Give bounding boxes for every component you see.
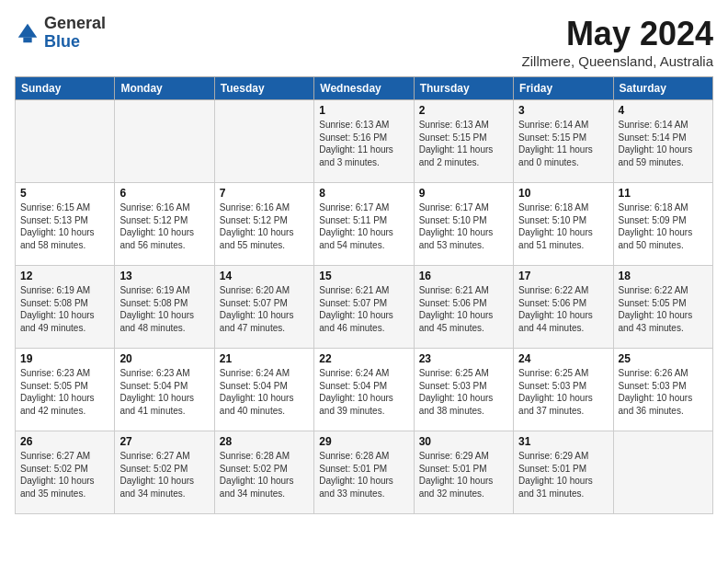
location-label: Zillmere, Queensland, Australia — [522, 53, 713, 69]
calendar-cell: 29Sunrise: 6:28 AM Sunset: 5:01 PM Dayli… — [314, 431, 414, 514]
day-number: 28 — [220, 435, 309, 448]
calendar-cell: 6Sunrise: 6:16 AM Sunset: 5:12 PM Daylig… — [115, 183, 214, 266]
day-info: Sunrise: 6:24 AM Sunset: 5:04 PM Dayligh… — [220, 367, 309, 417]
day-number: 6 — [119, 187, 209, 200]
day-info: Sunrise: 6:19 AM Sunset: 5:08 PM Dayligh… — [119, 284, 209, 334]
title-block: May 2024 Zillmere, Queensland, Australia — [522, 15, 713, 69]
day-info: Sunrise: 6:13 AM Sunset: 5:16 PM Dayligh… — [319, 119, 408, 168]
calendar-cell: 19Sunrise: 6:23 AM Sunset: 5:05 PM Dayli… — [16, 349, 115, 431]
day-info: Sunrise: 6:24 AM Sunset: 5:04 PM Dayligh… — [319, 367, 408, 417]
day-info: Sunrise: 6:16 AM Sunset: 5:12 PM Dayligh… — [220, 201, 309, 251]
calendar-cell: 11Sunrise: 6:18 AM Sunset: 5:09 PM Dayli… — [613, 183, 712, 266]
day-number: 31 — [518, 435, 608, 448]
day-info: Sunrise: 6:14 AM Sunset: 5:14 PM Dayligh… — [619, 119, 708, 168]
calendar-cell: 12Sunrise: 6:19 AM Sunset: 5:08 PM Dayli… — [16, 266, 115, 349]
calendar-cell: 4Sunrise: 6:14 AM Sunset: 5:14 PM Daylig… — [613, 100, 712, 183]
weekday-header-sunday: Sunday — [16, 77, 115, 100]
day-number: 13 — [119, 270, 209, 282]
logo-blue-label: Blue — [44, 33, 106, 52]
weekday-header-tuesday: Tuesday — [214, 77, 313, 100]
logo: General Blue — [15, 15, 106, 52]
weekday-header-monday: Monday — [115, 77, 214, 100]
day-number: 7 — [220, 187, 309, 200]
week-row-4: 19Sunrise: 6:23 AM Sunset: 5:05 PM Dayli… — [16, 349, 713, 431]
day-number: 1 — [319, 104, 408, 117]
calendar-cell: 8Sunrise: 6:17 AM Sunset: 5:11 PM Daylig… — [314, 183, 414, 266]
day-number: 30 — [419, 435, 508, 448]
calendar-cell — [115, 100, 214, 183]
day-number: 27 — [119, 435, 209, 448]
day-number: 3 — [518, 104, 608, 117]
day-info: Sunrise: 6:23 AM Sunset: 5:04 PM Dayligh… — [119, 367, 209, 417]
weekday-header-thursday: Thursday — [414, 77, 513, 100]
calendar-cell: 15Sunrise: 6:21 AM Sunset: 5:07 PM Dayli… — [314, 266, 414, 349]
calendar-cell — [16, 100, 115, 183]
calendar-cell: 13Sunrise: 6:19 AM Sunset: 5:08 PM Dayli… — [115, 266, 214, 349]
weekday-header-friday: Friday — [514, 77, 613, 100]
day-number: 5 — [20, 187, 109, 200]
day-info: Sunrise: 6:17 AM Sunset: 5:10 PM Dayligh… — [419, 201, 508, 251]
calendar-cell: 16Sunrise: 6:21 AM Sunset: 5:06 PM Dayli… — [414, 266, 513, 349]
page-header: General Blue May 2024 Zillmere, Queensla… — [15, 15, 713, 69]
day-number: 21 — [220, 352, 309, 365]
day-info: Sunrise: 6:27 AM Sunset: 5:02 PM Dayligh… — [119, 450, 209, 500]
day-info: Sunrise: 6:15 AM Sunset: 5:13 PM Dayligh… — [20, 201, 109, 251]
day-number: 4 — [619, 104, 708, 117]
day-info: Sunrise: 6:22 AM Sunset: 5:05 PM Dayligh… — [619, 284, 708, 334]
week-row-2: 5Sunrise: 6:15 AM Sunset: 5:13 PM Daylig… — [16, 183, 713, 266]
logo-general-label: General — [44, 15, 106, 33]
day-info: Sunrise: 6:25 AM Sunset: 5:03 PM Dayligh… — [419, 367, 508, 417]
day-info: Sunrise: 6:21 AM Sunset: 5:07 PM Dayligh… — [319, 284, 408, 334]
calendar-cell: 24Sunrise: 6:25 AM Sunset: 5:03 PM Dayli… — [514, 349, 613, 431]
calendar-cell: 27Sunrise: 6:27 AM Sunset: 5:02 PM Dayli… — [115, 431, 214, 514]
calendar-cell: 9Sunrise: 6:17 AM Sunset: 5:10 PM Daylig… — [414, 183, 513, 266]
day-number: 9 — [419, 187, 508, 200]
logo-text: General Blue — [44, 15, 106, 52]
day-info: Sunrise: 6:19 AM Sunset: 5:08 PM Dayligh… — [20, 284, 109, 334]
day-number: 10 — [518, 187, 608, 200]
day-info: Sunrise: 6:16 AM Sunset: 5:12 PM Dayligh… — [119, 201, 209, 251]
day-number: 25 — [619, 352, 708, 365]
day-info: Sunrise: 6:13 AM Sunset: 5:15 PM Dayligh… — [419, 119, 508, 168]
calendar-cell — [214, 100, 313, 183]
calendar-cell: 10Sunrise: 6:18 AM Sunset: 5:10 PM Dayli… — [514, 183, 613, 266]
calendar-cell: 1Sunrise: 6:13 AM Sunset: 5:16 PM Daylig… — [314, 100, 414, 183]
weekday-header-wednesday: Wednesday — [314, 77, 414, 100]
calendar-cell: 28Sunrise: 6:28 AM Sunset: 5:02 PM Dayli… — [214, 431, 313, 514]
day-number: 19 — [20, 352, 109, 365]
svg-marker-0 — [18, 24, 38, 38]
day-info: Sunrise: 6:26 AM Sunset: 5:03 PM Dayligh… — [619, 367, 708, 417]
day-number: 12 — [20, 270, 109, 282]
calendar-cell: 3Sunrise: 6:14 AM Sunset: 5:15 PM Daylig… — [514, 100, 613, 183]
weekday-header-saturday: Saturday — [613, 77, 712, 100]
day-info: Sunrise: 6:23 AM Sunset: 5:05 PM Dayligh… — [20, 367, 109, 417]
day-number: 22 — [319, 352, 408, 365]
day-number: 23 — [419, 352, 508, 365]
day-info: Sunrise: 6:29 AM Sunset: 5:01 PM Dayligh… — [419, 450, 508, 500]
calendar-cell: 20Sunrise: 6:23 AM Sunset: 5:04 PM Dayli… — [115, 349, 214, 431]
calendar-cell: 22Sunrise: 6:24 AM Sunset: 5:04 PM Dayli… — [314, 349, 414, 431]
day-number: 18 — [619, 270, 708, 282]
week-row-5: 26Sunrise: 6:27 AM Sunset: 5:02 PM Dayli… — [16, 431, 713, 514]
day-info: Sunrise: 6:27 AM Sunset: 5:02 PM Dayligh… — [20, 450, 109, 500]
day-info: Sunrise: 6:25 AM Sunset: 5:03 PM Dayligh… — [518, 367, 608, 417]
calendar-cell: 18Sunrise: 6:22 AM Sunset: 5:05 PM Dayli… — [613, 266, 712, 349]
day-number: 11 — [619, 187, 708, 200]
day-number: 2 — [419, 104, 508, 117]
day-number: 16 — [419, 270, 508, 282]
day-info: Sunrise: 6:20 AM Sunset: 5:07 PM Dayligh… — [220, 284, 309, 334]
day-number: 14 — [220, 270, 309, 282]
day-number: 24 — [518, 352, 608, 365]
day-number: 26 — [20, 435, 109, 448]
day-info: Sunrise: 6:17 AM Sunset: 5:11 PM Dayligh… — [319, 201, 408, 251]
calendar-cell: 26Sunrise: 6:27 AM Sunset: 5:02 PM Dayli… — [16, 431, 115, 514]
calendar-cell: 21Sunrise: 6:24 AM Sunset: 5:04 PM Dayli… — [214, 349, 313, 431]
day-info: Sunrise: 6:28 AM Sunset: 5:02 PM Dayligh… — [220, 450, 309, 500]
calendar-cell: 14Sunrise: 6:20 AM Sunset: 5:07 PM Dayli… — [214, 266, 313, 349]
calendar-cell: 7Sunrise: 6:16 AM Sunset: 5:12 PM Daylig… — [214, 183, 313, 266]
day-number: 20 — [119, 352, 209, 365]
calendar-cell: 2Sunrise: 6:13 AM Sunset: 5:15 PM Daylig… — [414, 100, 513, 183]
calendar-cell: 5Sunrise: 6:15 AM Sunset: 5:13 PM Daylig… — [16, 183, 115, 266]
calendar-cell — [613, 431, 712, 514]
day-number: 15 — [319, 270, 408, 282]
